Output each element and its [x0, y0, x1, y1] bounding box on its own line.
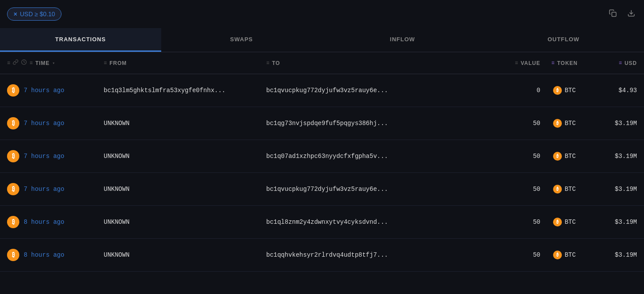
- row-token-cell: ₿ BTC: [540, 152, 589, 161]
- row-time-cell: ₿ 8 hours ago: [7, 249, 104, 261]
- token-label: BTC: [564, 153, 575, 160]
- row-time-cell: ₿ 7 hours ago: [7, 183, 104, 195]
- row-from-cell: UNKNOWN: [104, 120, 266, 127]
- table-row[interactable]: ₿ 8 hours ago UNKNOWN bc1ql8znm2y4zdwnxy…: [0, 206, 644, 239]
- table-row[interactable]: ₿ 8 hours ago UNKNOWN bc1qqhvkehsyr2rlrd…: [0, 239, 644, 272]
- col-from-header: ≡ FROM: [104, 60, 266, 66]
- filter-icon-from: ≡: [104, 60, 107, 66]
- btc-token-icon: ₿: [553, 218, 562, 226]
- row-token-cell: ₿ BTC: [540, 86, 589, 95]
- row-token-cell: ₿ BTC: [540, 119, 589, 128]
- column-headers: ≡ ≡ TIME ▾ ≡ FROM ≡ TO ≡ VALUE ≡ TOKEN: [0, 52, 644, 74]
- row-from-cell: UNKNOWN: [104, 251, 266, 258]
- filter-icon-time: ≡: [7, 60, 10, 66]
- row-from-cell: UNKNOWN: [104, 186, 266, 193]
- row-usd-cell: $3.19M: [589, 251, 637, 258]
- time-value: 7 hours ago: [24, 153, 64, 160]
- col-value-header: ≡ VALUE: [496, 60, 540, 66]
- row-from-cell: UNKNOWN: [104, 219, 266, 226]
- btc-token-icon: ₿: [553, 152, 562, 161]
- time-value: 8 hours ago: [24, 219, 64, 226]
- token-header-label: TOKEN: [557, 60, 578, 66]
- row-value-cell: 50: [496, 186, 540, 193]
- table-row[interactable]: ₿ 7 hours ago bc1q3lm5ghktslmfra53xygfe0…: [0, 74, 644, 107]
- row-time-cell: ₿ 8 hours ago: [7, 216, 104, 228]
- filter-badge[interactable]: × USD ≥ $0.10: [7, 7, 62, 21]
- btc-icon: ₿: [7, 117, 19, 129]
- token-label: BTC: [564, 219, 575, 226]
- row-time-cell: ₿ 7 hours ago: [7, 117, 104, 129]
- table-row[interactable]: ₿ 7 hours ago UNKNOWN bc1q07ad1xzhpc63ny…: [0, 140, 644, 173]
- filter-icon-token: ≡: [551, 60, 554, 66]
- tabs-container: TRANSACTIONS SWAPS INFLOW OUTFLOW: [0, 28, 644, 52]
- tab-inflow[interactable]: INFLOW: [322, 28, 483, 52]
- filter-icon-value: ≡: [515, 60, 518, 66]
- filter-icon-to: ≡: [266, 60, 269, 66]
- btc-icon: ₿: [7, 183, 19, 195]
- table-body: ₿ 7 hours ago bc1q3lm5ghktslmfra53xygfe0…: [0, 74, 644, 272]
- usd-header-label: USD: [625, 60, 637, 66]
- tab-swaps[interactable]: SWAPS: [161, 28, 322, 52]
- row-value-cell: 50: [496, 219, 540, 226]
- token-label: BTC: [564, 120, 575, 127]
- clock-icon: [21, 59, 27, 67]
- value-header-label: VALUE: [521, 60, 540, 66]
- table-row[interactable]: ₿ 7 hours ago UNKNOWN bc1qg73nvjspdqe9fu…: [0, 107, 644, 140]
- copy-button[interactable]: [607, 7, 619, 21]
- download-button[interactable]: [626, 7, 637, 21]
- btc-icon: ₿: [7, 216, 19, 228]
- row-value-cell: 50: [496, 120, 540, 127]
- row-to-cell: bc1qg73nvjspdqe9fuf5pqgys386hj...: [266, 120, 496, 127]
- top-bar: × USD ≥ $0.10: [0, 0, 644, 28]
- row-time-cell: ₿ 7 hours ago: [7, 84, 104, 97]
- row-value-cell: 50: [496, 153, 540, 160]
- row-time-cell: ₿ 7 hours ago: [7, 150, 104, 162]
- filter-icon-usd: ≡: [619, 60, 622, 66]
- row-from-cell: UNKNOWN: [104, 153, 266, 160]
- btc-icon: ₿: [7, 150, 19, 162]
- row-to-cell: bc1qvucpkug772dyjufw3vz5rauy6e...: [266, 87, 496, 94]
- time-value: 7 hours ago: [24, 120, 64, 127]
- row-to-cell: bc1q07ad1xzhpc63nyydcfxfgpha5v...: [266, 153, 496, 160]
- row-usd-cell: $4.93: [589, 87, 637, 94]
- row-to-cell: bc1qqhvkehsyr2rlrdvq4udtp8tfj7...: [266, 251, 496, 258]
- link-icon: [13, 59, 18, 67]
- row-usd-cell: $3.19M: [589, 153, 637, 160]
- tab-transactions[interactable]: TRANSACTIONS: [0, 28, 161, 52]
- col-time-header: ≡ ≡ TIME ▾: [7, 59, 104, 67]
- col-to-header: ≡ TO: [266, 60, 496, 66]
- btc-token-icon: ₿: [553, 86, 562, 95]
- row-to-cell: bc1qvucpkug772dyjufw3vz5rauy6e...: [266, 186, 496, 193]
- tab-outflow[interactable]: OUTFLOW: [483, 28, 644, 52]
- from-header-label: FROM: [109, 60, 127, 66]
- time-header-label: TIME: [35, 60, 50, 66]
- token-label: BTC: [564, 186, 575, 193]
- to-header-label: TO: [272, 60, 280, 66]
- row-to-cell: bc1ql8znm2y4zdwnxytvy4cyksdvnd...: [266, 219, 496, 226]
- row-token-cell: ₿ BTC: [540, 218, 589, 226]
- sort-icon-time[interactable]: ▾: [52, 61, 55, 66]
- col-usd-header: ≡ USD: [589, 60, 637, 66]
- btc-icon: ₿: [7, 84, 19, 97]
- filter-icon-time2: ≡: [29, 60, 33, 66]
- row-token-cell: ₿ BTC: [540, 185, 589, 194]
- time-value: 8 hours ago: [24, 251, 64, 258]
- token-label: BTC: [564, 87, 575, 94]
- row-value-cell: 0: [496, 87, 540, 94]
- top-actions: [607, 7, 637, 21]
- time-value: 7 hours ago: [24, 87, 64, 94]
- filter-label: USD ≥ $0.10: [20, 11, 55, 18]
- row-value-cell: 50: [496, 251, 540, 258]
- row-usd-cell: $3.19M: [589, 219, 637, 226]
- row-usd-cell: $3.19M: [589, 120, 637, 127]
- btc-token-icon: ₿: [553, 185, 562, 194]
- btc-token-icon: ₿: [553, 251, 562, 259]
- row-token-cell: ₿ BTC: [540, 251, 589, 259]
- row-usd-cell: $3.19M: [589, 186, 637, 193]
- btc-token-icon: ₿: [553, 119, 562, 128]
- btc-icon: ₿: [7, 249, 19, 261]
- svg-rect-0: [612, 12, 616, 16]
- filter-close-icon[interactable]: ×: [14, 11, 17, 18]
- col-token-header: ≡ TOKEN: [540, 60, 589, 66]
- table-row[interactable]: ₿ 7 hours ago UNKNOWN bc1qvucpkug772dyju…: [0, 173, 644, 206]
